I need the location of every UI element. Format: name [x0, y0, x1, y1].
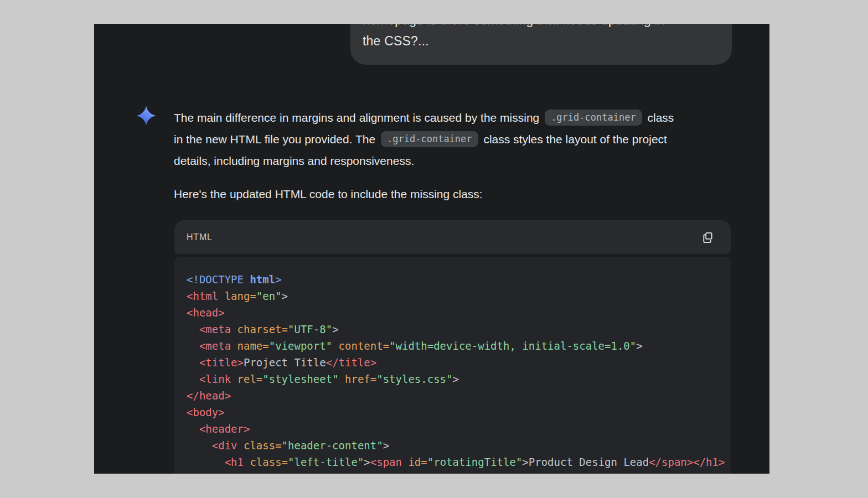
code-token — [187, 439, 212, 452]
assistant-text-line: details, including margins and responsiv… — [174, 150, 674, 172]
inline-code-chip: .grid-container — [381, 131, 478, 147]
code-token: </head> — [187, 390, 231, 402]
code-token: "width=device-width, initial-scale=1.0" — [389, 340, 636, 352]
user-message-line2: the CSS?... — [363, 30, 717, 51]
code-language-label: HTML — [187, 232, 213, 242]
code-line: </head> — [187, 387, 731, 404]
code-token: "en" — [256, 290, 282, 302]
gemini-chat-window: homepage is there something that needs u… — [94, 24, 769, 474]
code-token: > — [282, 290, 288, 302]
code-token: </h1> — [693, 456, 725, 468]
code-token: id= — [408, 456, 427, 468]
assistant-text-line: The main difference in margins and align… — [174, 107, 674, 128]
inline-code-chip: .grid-container — [545, 110, 642, 126]
code-token — [339, 373, 345, 385]
code-line: <body> — [187, 404, 731, 421]
assistant-text-segment: class — [644, 107, 674, 128]
code-token: > — [522, 456, 528, 468]
code-token: class= — [250, 456, 288, 468]
code-token: "right-title" — [288, 473, 370, 474]
code-token: > — [370, 473, 376, 474]
gemini-sparkle-icon — [136, 106, 156, 126]
code-line: <h2 class="right-title"> — [187, 470, 731, 474]
code-token: </span> — [649, 456, 693, 468]
code-token: <!DOCTYPE — [187, 273, 250, 286]
code-token — [187, 323, 199, 335]
code-line: <meta charset="UTF-8"> — [187, 321, 731, 338]
user-message-line1: homepage is there something that needs u… — [363, 24, 717, 30]
code-line: <head> — [187, 304, 731, 321]
code-token: Product Design Lead — [529, 456, 649, 468]
code-token: rel= — [237, 373, 263, 385]
code-token: "rotatingTitle" — [427, 456, 523, 468]
assistant-text-segment: details, including margins and responsiv… — [174, 150, 414, 172]
assistant-text-line: in the new HTML file you provided. The .… — [174, 128, 674, 150]
code-token — [187, 456, 225, 468]
code-line: <!DOCTYPE html> — [187, 271, 731, 288]
code-token: class= — [250, 473, 288, 474]
code-line: <html lang="en"> — [187, 288, 731, 304]
copy-code-button[interactable] — [698, 227, 717, 247]
code-token: <meta — [199, 340, 237, 352]
code-token — [187, 373, 199, 385]
code-token: <header> — [199, 423, 250, 435]
code-token: <h1 — [225, 456, 250, 468]
code-token: <link — [199, 373, 237, 385]
code-token: lang= — [225, 290, 256, 302]
assistant-text-segment: The main difference in margins and align… — [174, 107, 542, 128]
code-token: <div — [212, 439, 244, 452]
code-token: <html — [187, 290, 225, 302]
code-token: <h2 — [225, 473, 250, 474]
code-token: class= — [244, 439, 282, 452]
code-token: <head> — [187, 307, 225, 319]
code-token — [332, 340, 338, 352]
code-line: <header> — [187, 421, 731, 437]
code-token: <body> — [187, 406, 225, 418]
copy-icon — [701, 231, 714, 244]
code-token: "header-content" — [282, 439, 383, 452]
code-token: > — [636, 340, 642, 352]
code-token: "viewport" — [269, 340, 332, 352]
assistant-text-segment: in the new HTML file you provided. The — [174, 128, 379, 150]
code-token: > — [453, 373, 459, 385]
code-token: > — [383, 439, 389, 452]
code-token: href= — [345, 373, 376, 385]
code-line: <title>Project Title</title> — [187, 354, 731, 371]
code-line: <div class="header-content"> — [187, 437, 731, 454]
code-token — [187, 356, 199, 369]
code-token: <title> — [199, 356, 244, 369]
code-token: > — [275, 273, 281, 286]
code-token: "left-title" — [288, 456, 364, 468]
code-token: name= — [237, 340, 269, 352]
code-line: <h1 class="left-title"><span id="rotatin… — [187, 454, 731, 470]
code-token: <meta — [199, 323, 237, 335]
assistant-response-paragraph: The main difference in margins and align… — [174, 107, 674, 172]
code-token: </title> — [326, 356, 377, 369]
code-token: > — [332, 323, 338, 335]
code-token: <span — [370, 456, 409, 468]
code-token — [187, 473, 225, 474]
code-token: "stylesheet" — [262, 373, 338, 385]
code-token — [187, 340, 199, 352]
code-line: <link rel="stylesheet" href="styles.css"… — [187, 371, 731, 387]
code-token: "UTF-8" — [288, 323, 332, 335]
code-token — [187, 423, 199, 435]
assistant-text-segment: class styles the layout of the project — [480, 128, 667, 150]
code-token: Project Title — [244, 356, 326, 369]
code-block-header: HTML — [174, 220, 731, 254]
code-token: charset= — [237, 323, 288, 335]
code-line: <meta name="viewport" content="width=dev… — [187, 338, 731, 354]
code-token: > — [364, 456, 370, 468]
code-token: "styles.css" — [376, 373, 452, 385]
user-message-bubble: homepage is there something that needs u… — [350, 24, 732, 65]
code-block-content: <!DOCTYPE html><html lang="en"><head> <m… — [174, 257, 731, 474]
assistant-response-intro-line: Here's the updated HTML code to include … — [174, 188, 483, 201]
code-token: html — [250, 273, 275, 286]
code-token: content= — [339, 340, 390, 352]
